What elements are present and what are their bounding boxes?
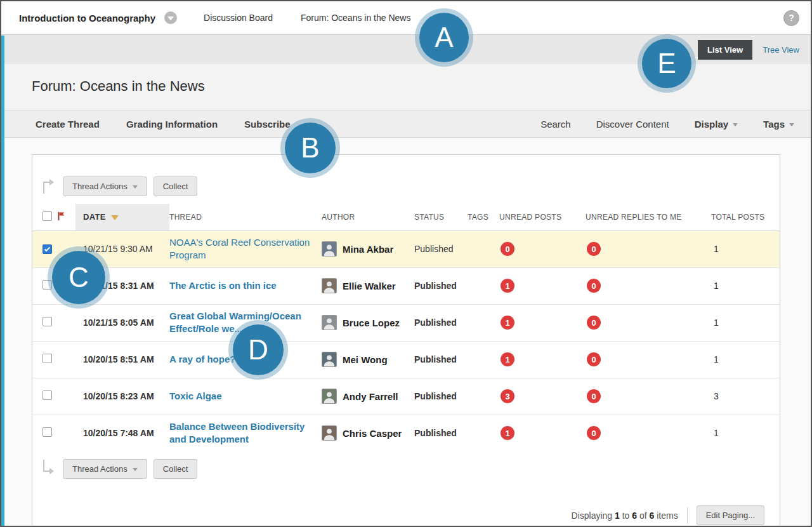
unread-posts-badge[interactable]: 0 [501,242,514,256]
row-checkbox[interactable] [43,390,52,400]
breadcrumb-discussion-board[interactable]: Discussion Board [204,13,273,23]
thread-link[interactable]: NOAA's Coral Reef Conservation Program [169,236,322,262]
thread-actions-label: Thread Actions [72,182,128,191]
tags-menu[interactable]: Tags [763,119,794,130]
thread-date: 10/21/15 8:31 AM [75,267,169,304]
thread-date: 10/20/15 8:51 AM [75,341,169,378]
topbar: Introduction to Oceanography Discussion … [1,1,811,35]
create-thread-button[interactable]: Create Thread [36,119,100,130]
row-checkbox[interactable] [43,280,52,290]
thread-link[interactable]: The Arctic is on thin ice [169,279,287,292]
action-bar-right: Search Discover Content Display Tags [540,119,794,130]
table-header-date[interactable]: DATE [75,204,169,230]
thread-link[interactable]: Toxic Algae [169,390,232,403]
course-title[interactable]: Introduction to Oceanography [19,13,155,23]
search-button[interactable]: Search [540,119,571,130]
table-header-total-posts: TOTAL POSTS [711,204,780,230]
breadcrumb-forum[interactable]: Forum: Oceans in the News [301,13,411,23]
table-header-row: DATE THREAD AUTHOR STATUS TAGS UNREAD PO… [32,204,780,230]
unread-replies-badge[interactable]: 0 [587,352,601,366]
chevron-down-icon [733,123,738,126]
edit-paging-button[interactable]: Edit Paging... [697,505,764,525]
thread-link[interactable]: Balance Between Biodiversity and Develop… [169,420,322,446]
thread-link[interactable]: Great Global Warming/Ocean Effect/Role w… [169,310,322,335]
chevron-down-icon [133,468,138,471]
thread-date: 10/20/15 8:23 AM [75,378,169,415]
thread-toolbar-bottom: Thread Actions Collect [32,451,780,489]
unread-replies-badge[interactable]: 0 [587,389,601,403]
paging-footer: Displaying 1 to 6 of 6 items Edit Paging… [32,489,780,525]
table-header-author: AUTHOR [322,204,414,230]
list-view-button[interactable]: List View [698,40,752,60]
total-posts: 1 [711,317,719,328]
table-row: 10/21/15 8:31 AM The Arctic is on thin i… [32,267,780,304]
display-menu-label: Display [695,119,728,130]
status-text: Published [414,281,457,291]
total-posts: 1 [711,428,719,438]
author-name: Andy Farrell [343,391,398,402]
table-header-unread-replies: UNREAD REPLIES TO ME [586,204,711,230]
avatar [322,241,337,257]
status-text: Published [414,391,457,401]
app-window: Introduction to Oceanography Discussion … [0,0,812,527]
total-posts: 3 [711,391,719,401]
total-posts: 1 [711,281,719,291]
author-name: Ellie Walker [343,281,396,291]
sort-descending-icon [111,215,119,220]
unread-posts-badge[interactable]: 1 [501,426,514,440]
unread-replies-badge[interactable]: 0 [587,316,601,330]
title-area: Forum: Oceans in the News [1,64,811,110]
table-row: 10/20/15 7:48 AM Balance Between Biodive… [32,415,780,451]
unread-posts-badge[interactable]: 3 [501,389,514,403]
tree-view-link[interactable]: Tree View [763,45,799,55]
breadcrumb: Discussion Board Forum: Oceans in the Ne… [204,13,410,23]
avatar [322,425,337,441]
thread-date: 10/21/15 8:05 AM [75,304,169,341]
grading-information-button[interactable]: Grading Information [126,119,218,130]
author-name: Chris Casper [343,428,402,439]
help-icon[interactable]: ? [783,10,799,26]
items-word: items [657,510,678,521]
unread-replies-badge[interactable]: 0 [587,279,601,293]
content-area: Thread Actions Collect DATE THREAD AUTHO… [1,138,811,527]
chevron-down-icon[interactable] [164,11,177,24]
subscribe-button[interactable]: Subscribe [244,119,291,130]
row-checkbox[interactable] [43,244,52,254]
action-bar-left: Create Thread Grading Information Subscr… [36,119,291,130]
table-header-tags: TAGS [468,204,499,230]
collect-button[interactable]: Collect [154,177,198,196]
table-header-status: STATUS [414,204,468,230]
view-toggle-bar: List View Tree View [1,35,811,64]
status-text: Published [414,244,454,254]
select-all-checkbox[interactable] [43,211,52,221]
unread-posts-badge[interactable]: 1 [501,279,514,293]
table-header-unread-posts: UNREAD POSTS [499,204,586,230]
thread-link[interactable]: A ray of hope? [169,353,246,366]
footer-divider [687,507,688,524]
row-checkbox[interactable] [43,317,52,326]
thread-list-card: Thread Actions Collect DATE THREAD AUTHO… [32,154,780,527]
page-title: Forum: Oceans in the News [32,78,811,95]
unread-replies-badge[interactable]: 0 [587,426,601,440]
date-header-label: DATE [83,212,106,222]
author-name: Mei Wong [343,354,388,365]
author-name: Bruce Lopez [343,317,400,328]
avatar [322,278,337,293]
unread-posts-badge[interactable]: 1 [501,352,514,366]
range-total: 6 [650,510,655,521]
thread-actions-button[interactable]: Thread Actions [63,459,147,479]
unread-posts-badge[interactable]: 1 [501,316,514,330]
avatar [322,389,337,404]
of-word: of [639,510,647,521]
thread-actions-button[interactable]: Thread Actions [63,177,147,196]
row-checkbox[interactable] [43,354,52,363]
avatar [322,315,337,330]
display-menu[interactable]: Display [695,119,738,130]
collect-button[interactable]: Collect [154,459,198,479]
row-checkbox[interactable] [43,427,52,437]
unread-replies-badge[interactable]: 0 [587,242,601,256]
discover-content-button[interactable]: Discover Content [596,119,669,130]
total-posts: 1 [711,244,719,254]
flag-icon [58,214,65,223]
range-end: 6 [632,510,637,521]
